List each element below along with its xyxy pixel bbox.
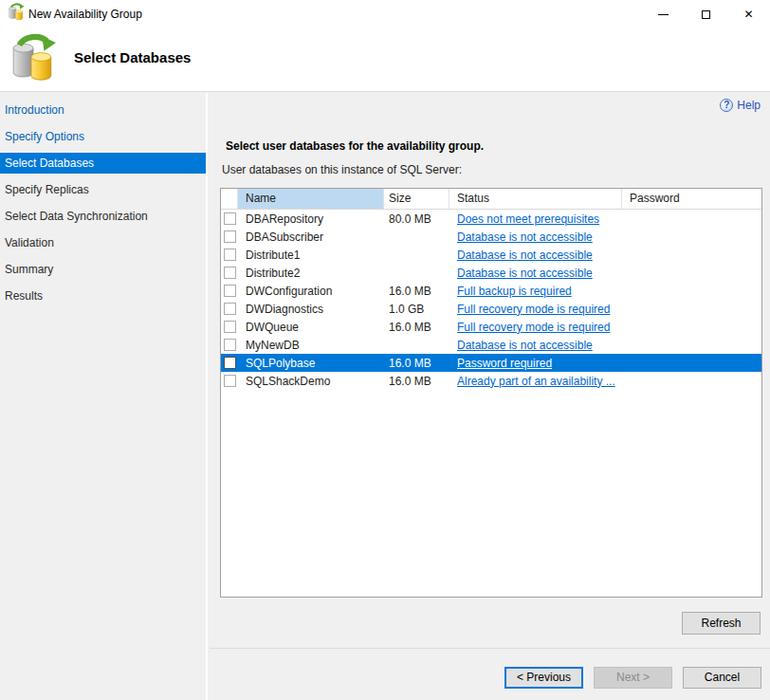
db-status-cell: Full backup is required (449, 285, 622, 298)
db-size: 16.0 MB (384, 375, 449, 388)
db-status-cell: Database is not accessible (449, 267, 622, 280)
db-status-link[interactable]: Database is not accessible (457, 249, 593, 262)
db-status-link[interactable]: Database is not accessible (457, 267, 593, 280)
sidebar-item-select-databases[interactable]: Select Databases (0, 153, 206, 174)
minimize-button[interactable] (642, 0, 685, 28)
row-checkbox[interactable] (224, 230, 236, 243)
row-checkbox-cell (221, 230, 238, 243)
column-header-size[interactable]: Size (384, 189, 449, 209)
db-status-cell: Full recovery mode is required (449, 321, 622, 334)
titlebar: New Availability Group ✕ (0, 0, 770, 28)
row-checkbox-cell (221, 285, 238, 297)
db-status-cell: Already part of an availability ... (449, 375, 622, 388)
help-label: Help (737, 99, 761, 112)
db-status-cell: Full recovery mode is required (449, 303, 622, 316)
help-link[interactable]: ? Help (720, 99, 761, 112)
row-checkbox-cell (221, 267, 238, 279)
page-title: Select Databases (74, 49, 191, 65)
row-checkbox-cell (221, 321, 238, 333)
db-name: SQLPolybase (238, 357, 384, 370)
db-status-link[interactable]: Does not meet prerequisites (457, 212, 599, 226)
sidebar-item-summary[interactable]: Summary (0, 259, 206, 280)
db-name: SQLShackDemo (238, 375, 384, 388)
table-row[interactable]: DBASubscriberDatabase is not accessible (221, 228, 761, 246)
row-checkbox[interactable] (224, 249, 236, 261)
refresh-button[interactable]: Refresh (682, 612, 761, 635)
db-status-cell: Database is not accessible (449, 249, 622, 262)
db-size: 80.0 MB (384, 212, 449, 226)
instruction-text: Select user databases for the availabili… (226, 139, 484, 153)
row-checkbox[interactable] (224, 339, 236, 351)
wizard-header: Select Databases (0, 28, 770, 92)
db-name: DWDiagnostics (238, 303, 384, 316)
databases-table: Name Size Status Password DBARepository8… (220, 188, 762, 598)
row-checkbox-cell (221, 357, 238, 369)
db-size: 16.0 MB (384, 321, 449, 334)
row-checkbox-cell (221, 303, 238, 315)
new-availability-group-window: New Availability Group ✕ Select Database… (0, 0, 770, 700)
db-status-link[interactable]: Already part of an availability ... (457, 375, 615, 388)
db-status-cell: Password required (449, 357, 622, 370)
row-checkbox[interactable] (224, 357, 236, 369)
sidebar-item-specify-replicas[interactable]: Specify Replicas (0, 179, 206, 200)
cancel-button[interactable]: Cancel (683, 667, 761, 689)
db-status-cell: Database is not accessible (449, 339, 622, 352)
db-status-link[interactable]: Password required (457, 357, 552, 370)
db-name: Distribute1 (238, 249, 384, 262)
table-row[interactable]: SQLPolybase16.0 MBPassword required (221, 354, 761, 372)
databases-list-label: User databases on this instance of SQL S… (222, 163, 462, 176)
db-status-link[interactable]: Full backup is required (457, 285, 572, 298)
availability-group-databases-icon (9, 32, 57, 82)
row-checkbox[interactable] (224, 285, 236, 297)
db-name: DBARepository (238, 212, 384, 226)
row-checkbox[interactable] (224, 212, 236, 225)
next-button[interactable]: Next > (594, 667, 672, 689)
db-status-link[interactable]: Database is not accessible (457, 339, 593, 352)
previous-button[interactable]: < Previous (504, 667, 583, 689)
row-checkbox-cell (221, 249, 238, 261)
table-body: DBARepository80.0 MBDoes not meet prereq… (221, 210, 761, 390)
db-status-link[interactable]: Full recovery mode is required (457, 303, 610, 316)
row-checkbox[interactable] (224, 321, 236, 333)
table-row[interactable]: SQLShackDemo16.0 MBAlready part of an av… (221, 372, 761, 390)
help-icon: ? (720, 99, 733, 112)
sidebar-item-select-data-synchronization[interactable]: Select Data Synchronization (0, 206, 206, 227)
db-name: Distribute2 (238, 267, 384, 280)
sidebar-item-introduction[interactable]: Introduction (0, 100, 206, 120)
column-header-status[interactable]: Status (449, 189, 622, 209)
row-checkbox-cell (221, 212, 238, 225)
maximize-button[interactable] (685, 0, 727, 28)
column-header-checkbox[interactable] (221, 189, 238, 209)
db-status-link[interactable]: Database is not accessible (457, 230, 593, 244)
table-row[interactable]: DWDiagnostics1.0 GBFull recovery mode is… (221, 300, 761, 318)
app-icon (8, 3, 25, 20)
db-name: DBASubscriber (238, 230, 384, 244)
row-checkbox-cell (221, 375, 238, 387)
maximize-icon (702, 10, 710, 19)
table-header-row: Name Size Status Password (221, 189, 761, 210)
sidebar-item-specify-options[interactable]: Specify Options (0, 126, 206, 147)
content-pane: ? Help Select user databases for the ava… (210, 93, 770, 700)
row-checkbox[interactable] (224, 267, 236, 279)
close-icon: ✕ (743, 9, 753, 20)
sidebar-item-results[interactable]: Results (0, 286, 206, 306)
table-row[interactable]: DWConfiguration16.0 MBFull backup is req… (221, 282, 761, 300)
close-button[interactable]: ✕ (727, 0, 770, 28)
row-checkbox[interactable] (224, 303, 236, 315)
db-size: 1.0 GB (384, 303, 449, 316)
table-row[interactable]: MyNewDBDatabase is not accessible (221, 336, 761, 354)
sidebar-item-validation[interactable]: Validation (0, 232, 206, 253)
table-row[interactable]: Distribute1Database is not accessible (221, 246, 761, 264)
db-name: DWConfiguration (238, 285, 384, 298)
row-checkbox[interactable] (224, 375, 236, 387)
db-name: DWQueue (238, 321, 384, 334)
db-status-link[interactable]: Full recovery mode is required (457, 321, 610, 334)
column-header-name[interactable]: Name (238, 189, 384, 209)
table-row[interactable]: DWQueue16.0 MBFull recovery mode is requ… (221, 318, 761, 336)
table-row[interactable]: DBARepository80.0 MBDoes not meet prereq… (221, 210, 761, 228)
table-row[interactable]: Distribute2Database is not accessible (221, 264, 761, 282)
db-status-cell: Does not meet prerequisites (449, 212, 622, 226)
db-size: 16.0 MB (384, 285, 449, 298)
column-header-password[interactable]: Password (622, 189, 761, 209)
minimize-icon (658, 14, 669, 15)
